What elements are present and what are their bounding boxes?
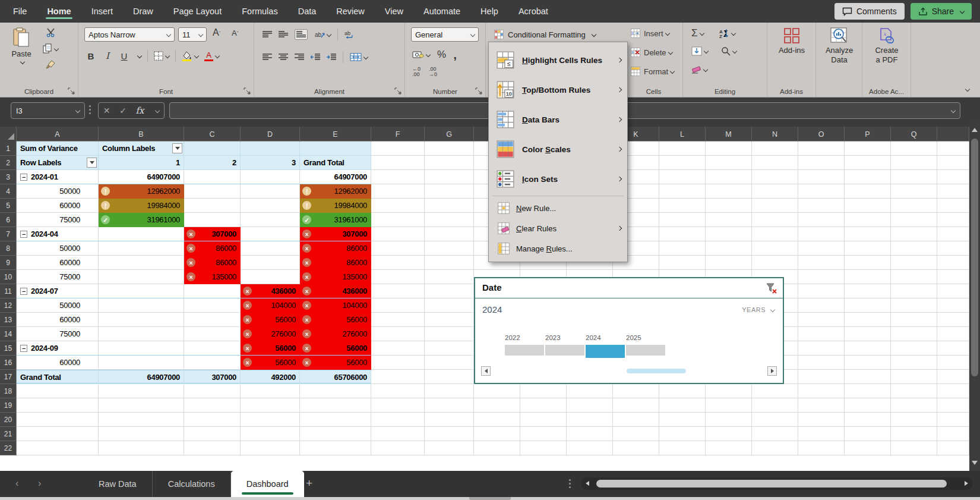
- cell-C21[interactable]: [184, 427, 241, 441]
- cell-F13[interactable]: [371, 313, 425, 327]
- cell-x12[interactable]: [937, 298, 969, 313]
- cell-F21[interactable]: [371, 427, 425, 441]
- cell-G21[interactable]: [425, 427, 474, 441]
- cell-K21[interactable]: [613, 427, 659, 441]
- cell-x14[interactable]: [937, 327, 969, 341]
- row-header-5[interactable]: 5: [0, 199, 17, 213]
- cell-D4[interactable]: [241, 184, 300, 199]
- cell-O7[interactable]: [798, 227, 845, 241]
- menu-view[interactable]: View: [385, 1, 403, 21]
- cell-E1[interactable]: [300, 141, 371, 156]
- cell-F4[interactable]: [371, 184, 425, 199]
- insert-cells-button[interactable]: Insert: [644, 29, 669, 38]
- column-header-A[interactable]: A: [17, 127, 99, 141]
- cell-G5[interactable]: [425, 199, 474, 213]
- cell-B15[interactable]: [99, 341, 184, 356]
- column-header-F[interactable]: F: [371, 127, 425, 141]
- alignment-dialog-launcher[interactable]: [394, 87, 402, 95]
- cell-C18[interactable]: [184, 384, 241, 398]
- cell-D6[interactable]: [241, 213, 300, 227]
- cell-Q12[interactable]: [891, 298, 937, 313]
- cell-F1[interactable]: [371, 141, 425, 156]
- cell-A15[interactable]: −2024-09: [17, 341, 99, 356]
- cell-H21[interactable]: [474, 427, 520, 441]
- cell-D9[interactable]: [241, 256, 300, 270]
- cell-P15[interactable]: [845, 341, 891, 356]
- cell-B20[interactable]: [99, 413, 184, 427]
- cell-F17[interactable]: [371, 370, 425, 384]
- cell-O1[interactable]: [798, 141, 845, 156]
- scroll-left-arrow[interactable]: [586, 481, 589, 486]
- cell-F3[interactable]: [371, 170, 425, 184]
- sheet-tab-calculations[interactable]: Calculations: [153, 471, 231, 497]
- cell-Q5[interactable]: [891, 199, 937, 213]
- fill-down-button[interactable]: [691, 46, 708, 56]
- cell-N22[interactable]: [752, 441, 798, 455]
- cell-A7[interactable]: −2024-04: [17, 227, 99, 241]
- underline-button[interactable]: U: [119, 51, 129, 61]
- cell-G15[interactable]: [425, 341, 474, 356]
- conditional-formatting-button[interactable]: Conditional Formatting: [491, 27, 599, 42]
- cell-x5[interactable]: [937, 199, 969, 213]
- cf-menu-item-clear-rules[interactable]: Clear Rules: [489, 218, 627, 238]
- timeline-year-bar[interactable]: [545, 345, 584, 356]
- cell-E20[interactable]: [300, 413, 371, 427]
- addins-button[interactable]: Add-ins: [770, 27, 813, 55]
- cell-E2[interactable]: Grand Total: [300, 156, 371, 170]
- cell-E19[interactable]: [300, 398, 371, 413]
- cell-G3[interactable]: [425, 170, 474, 184]
- cell-G13[interactable]: [425, 313, 474, 327]
- cell-B11[interactable]: [99, 284, 184, 298]
- cf-menu-item-top-bottom-rules[interactable]: 10Top/Bottom Rules: [489, 75, 627, 105]
- cell-Q18[interactable]: [891, 384, 937, 398]
- cell-B14[interactable]: [99, 327, 184, 341]
- cell-Q17[interactable]: [891, 370, 937, 384]
- cell-G4[interactable]: [425, 184, 474, 199]
- cell-P8[interactable]: [845, 241, 891, 256]
- filter-dropdown-button[interactable]: [87, 158, 97, 168]
- borders-button[interactable]: [154, 51, 169, 61]
- cell-D18[interactable]: [241, 384, 300, 398]
- format-painter-button[interactable]: [43, 60, 58, 70]
- align-center-button[interactable]: [279, 54, 288, 61]
- cell-I22[interactable]: [520, 441, 567, 455]
- cell-I20[interactable]: [520, 413, 567, 427]
- cell-M3[interactable]: [706, 170, 752, 184]
- cell-G1[interactable]: [425, 141, 474, 156]
- cell-H18[interactable]: [474, 384, 520, 398]
- increase-indent-button[interactable]: [327, 54, 336, 61]
- cell-F10[interactable]: [371, 270, 425, 284]
- comments-button[interactable]: Comments: [834, 3, 905, 20]
- cell-P5[interactable]: [845, 199, 891, 213]
- cell-J19[interactable]: [567, 398, 613, 413]
- cell-G2[interactable]: [425, 156, 474, 170]
- cancel-entry-button[interactable]: ✕: [103, 106, 110, 115]
- cell-L20[interactable]: [659, 413, 706, 427]
- timeline-year-2022[interactable]: 2022: [505, 334, 544, 358]
- cell-D10[interactable]: [241, 270, 300, 284]
- cell-x6[interactable]: [937, 213, 969, 227]
- cell-Q6[interactable]: [891, 213, 937, 227]
- timeline-year-bar[interactable]: [505, 345, 544, 356]
- cell-Q22[interactable]: [891, 441, 937, 455]
- row-header-1[interactable]: 1: [0, 141, 17, 156]
- cell-K20[interactable]: [613, 413, 659, 427]
- number-format-select[interactable]: General: [411, 27, 479, 42]
- cell-P1[interactable]: [845, 141, 891, 156]
- cell-O4[interactable]: [798, 184, 845, 199]
- cell-G17[interactable]: [425, 370, 474, 384]
- row-header-22[interactable]: 22: [0, 441, 17, 455]
- slicer-period-select[interactable]: YEARS: [742, 306, 774, 313]
- row-header-3[interactable]: 3: [0, 170, 17, 184]
- cell-G12[interactable]: [425, 298, 474, 313]
- cell-G20[interactable]: [425, 413, 474, 427]
- cell-Q4[interactable]: [891, 184, 937, 199]
- timeline-scroll-left-button[interactable]: [481, 366, 491, 376]
- cell-Q9[interactable]: [891, 256, 937, 270]
- cell-B10[interactable]: [99, 270, 184, 284]
- cell-O10[interactable]: [798, 270, 845, 284]
- cell-N20[interactable]: [752, 413, 798, 427]
- scroll-down-arrow[interactable]: [972, 461, 978, 465]
- cell-Q19[interactable]: [891, 398, 937, 413]
- menu-file[interactable]: File: [13, 1, 27, 21]
